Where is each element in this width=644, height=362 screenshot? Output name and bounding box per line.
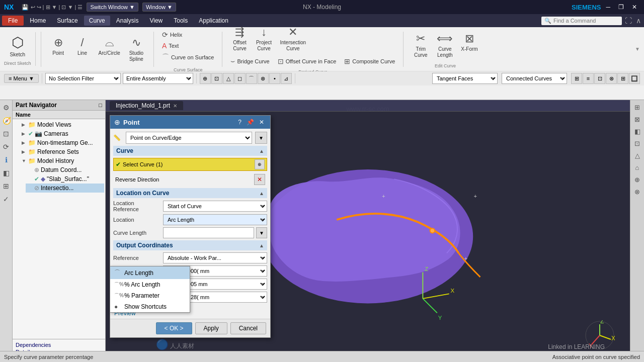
settings-icon[interactable]: ⚙ [1, 102, 11, 113]
menu-dropdown-btn[interactable]: ≡ Menu ▼ [4, 74, 39, 83]
nav-item-model-views[interactable]: ▶ 📁 Model Views [20, 120, 104, 129]
xform-btn[interactable]: ⊠ X-Form [458, 30, 480, 54]
file-tab-close[interactable]: ✕ [173, 103, 177, 109]
snap-btn-4[interactable]: ◻ [234, 73, 246, 84]
location-section-header[interactable]: Location on Curve ▲ [113, 188, 267, 198]
location-reference-select[interactable]: Start of Curve [163, 201, 267, 212]
extra-btn-4[interactable]: ⊗ [606, 73, 617, 84]
menu-tools[interactable]: Tools [169, 16, 193, 26]
rt-btn-4[interactable]: ⊡ [632, 138, 643, 149]
studio-spline-btn[interactable]: ∿ StudioSpline [125, 34, 147, 64]
snap-btn-7[interactable]: • [269, 73, 280, 84]
dialog-help-btn[interactable]: ? [236, 118, 244, 127]
extra-btn-3[interactable]: ⊡ [594, 73, 605, 84]
curve-length-input[interactable] [163, 227, 254, 238]
curve-length-more-btn[interactable]: ▼ [256, 227, 267, 238]
dialog-close-btn[interactable]: ✕ [257, 118, 266, 127]
sketch-btn[interactable]: ⬡ Sketch [7, 32, 29, 60]
menu-surface[interactable]: Surface [52, 16, 83, 26]
extra-btn-2[interactable]: ≡ [583, 73, 594, 84]
curve-section-header[interactable]: Curve ▲ [113, 146, 267, 156]
menu-file[interactable]: File [2, 16, 24, 26]
nav-item-datum[interactable]: ⊕ Datum Coord... [26, 165, 104, 174]
dialog-pin-btn[interactable]: 📌 [245, 118, 256, 127]
rt-btn-7[interactable]: ⊕ [632, 174, 643, 185]
dependencies-item[interactable]: Dependencies [16, 341, 102, 348]
rt-btn-5[interactable]: △ [632, 150, 643, 161]
menu-analysis[interactable]: Analysis [111, 16, 144, 26]
file-tab[interactable]: Injection_Mold_1.prt ✕ [110, 101, 183, 110]
dropdown-pct-parameter[interactable]: ⌒% % Parameter [110, 290, 190, 301]
nav-item-nontimestamp[interactable]: ▶ 📁 Non-timestamp Ge... [20, 138, 104, 147]
nav-icon[interactable]: 🧭 [1, 115, 11, 126]
cancel-btn[interactable]: Cancel [230, 322, 266, 334]
extra-btn-5[interactable]: ⊞ [617, 73, 628, 84]
curve-length-btn[interactable]: ⟺ CurveLength [434, 30, 456, 60]
extra-btn-1[interactable]: ⊞ [571, 73, 582, 84]
line-btn[interactable]: / Line [71, 34, 94, 58]
info-icon[interactable]: ℹ [1, 154, 11, 165]
assembly-filter-select[interactable]: Entire Assembly [123, 73, 193, 84]
text-btn[interactable]: A Text [160, 41, 216, 51]
nav-item-intersection[interactable]: ⊘ Intersectio... [26, 184, 104, 193]
reference-select[interactable]: Absolute - Work Par... [163, 252, 267, 263]
bridge-curve-btn[interactable]: ⌣ Bridge Curve [228, 56, 271, 66]
menu-curve[interactable]: Curve [84, 16, 110, 26]
dropdown-pct-arc-length[interactable]: ⌒% % Arc Length [110, 279, 190, 290]
dropdown-arc-length[interactable]: ⌒ Arc Length [110, 266, 190, 279]
window-btn[interactable]: Window ▼ [142, 3, 176, 12]
nav-item-cameras[interactable]: ▶ ✔ 📷 Cameras [20, 129, 104, 138]
point-type-more-btn[interactable]: ▼ [255, 132, 267, 144]
snap-btn-5[interactable]: ⌒ [246, 73, 257, 84]
history-icon[interactable]: ⟳ [1, 141, 11, 152]
curve-select-target-btn[interactable]: ⊕ [255, 159, 265, 169]
constraint-icon[interactable]: ⊡ [1, 128, 11, 139]
rt-btn-2[interactable]: ⊠ [632, 114, 643, 125]
nav-item-slab[interactable]: ✔ ◆ "Slab_Surfac..." [26, 174, 104, 184]
expand-ribbon-icon[interactable]: ▼ [635, 46, 640, 52]
ok-btn[interactable]: < OK > [156, 322, 192, 334]
apply-btn[interactable]: Apply [195, 322, 227, 334]
menu-home[interactable]: Home [25, 16, 51, 26]
search-input[interactable] [553, 18, 619, 24]
restore-btn[interactable]: ❐ [615, 3, 627, 12]
assembly-icon[interactable]: ⊞ [1, 180, 11, 192]
point-type-select[interactable]: Point on Curve/Edge [126, 132, 252, 144]
nav-item-ref-sets[interactable]: ▶ 📁 Reference Sets [20, 147, 104, 156]
menu-view[interactable]: View [144, 16, 168, 26]
extra-btn-6[interactable]: 🔲 [629, 73, 640, 84]
nav-maximize-btn[interactable]: □ [99, 102, 102, 108]
search-box[interactable]: 🔍 [541, 17, 622, 25]
dropdown-show-shortcuts[interactable]: ● Show Shortcuts [110, 301, 190, 312]
rt-btn-1[interactable]: ⊞ [632, 102, 643, 113]
project-curve-btn[interactable]: ↓ ProjectCurve [253, 24, 275, 54]
snap-btn-3[interactable]: △ [223, 73, 234, 84]
intersection-curve-btn[interactable]: ✕ IntersectionCurve [277, 24, 309, 54]
offset-curve-face-btn[interactable]: ⊡ Offset Curve in Face [276, 56, 339, 66]
check-icon[interactable]: ✓ [1, 194, 11, 205]
curve-on-surface-btn[interactable]: ⌒ Curve on Surface [160, 52, 216, 63]
helix-btn[interactable]: ⟳ Helix [160, 30, 216, 40]
tangent-faces-select[interactable]: Tangent Faces [432, 73, 498, 84]
rt-btn-3[interactable]: ◧ [632, 126, 643, 137]
output-section-header[interactable]: Output Coordinates ▲ [113, 240, 267, 250]
composite-curve-btn[interactable]: ⊞ Composite Curve [342, 56, 397, 66]
layer-icon[interactable]: ◧ [1, 167, 11, 178]
reverse-direction-btn[interactable]: ✕ [254, 174, 265, 185]
snap-btn-8[interactable]: ⊿ [281, 73, 292, 84]
snap-btn-1[interactable]: ⊕ [200, 73, 211, 84]
snap-btn-6[interactable]: ⊗ [258, 73, 269, 84]
location-select[interactable]: Arc Length [163, 214, 267, 225]
snap-btn-2[interactable]: ⊡ [211, 73, 222, 84]
selection-filter-select[interactable]: No Selection Filter [45, 73, 121, 84]
connected-curves-select[interactable]: Connected Curves [502, 73, 567, 84]
rt-btn-8[interactable]: ⊗ [632, 187, 643, 197]
offset-curve-btn[interactable]: ⇶ OffsetCurve [228, 24, 251, 54]
expand-btn[interactable]: ⛶ [625, 17, 632, 25]
switch-window-btn[interactable]: Switch Window ▼ [87, 3, 138, 12]
rt-btn-6[interactable]: ⌂ [632, 162, 643, 173]
minimize-btn[interactable]: ─ [603, 3, 613, 12]
trim-curve-btn[interactable]: ✂ TrimCurve [410, 30, 432, 60]
arccircle-btn[interactable]: ⌓ Arc/Circle [96, 34, 123, 58]
close-btn[interactable]: ✕ [629, 3, 640, 12]
